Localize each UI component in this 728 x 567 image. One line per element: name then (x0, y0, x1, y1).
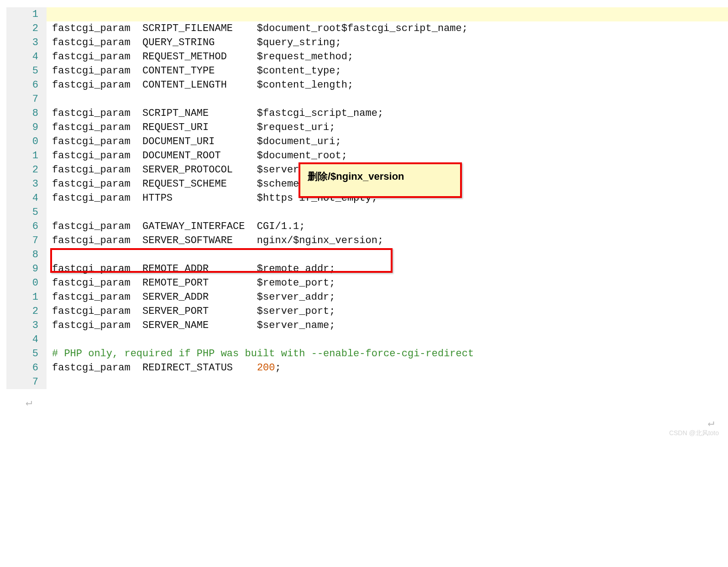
code-line[interactable]: 6fastcgi_param REDIRECT_STATUS 200; (6, 361, 728, 375)
code-line[interactable]: 1 (6, 7, 728, 21)
code-token: fastcgi_param SERVER_PORT $server_port; (52, 306, 335, 317)
code-line[interactable]: 0fastcgi_param DOCUMENT_URI $document_ur… (6, 135, 728, 149)
code-content[interactable]: fastcgi_param DOCUMENT_ROOT $document_ro… (47, 149, 728, 163)
code-token: fastcgi_param REMOTE_ADDR $remote_addr; (52, 263, 335, 275)
code-token: fastcgi_param GATEWAY_INTERFACE CGI/1.1; (52, 221, 305, 232)
code-line[interactable]: 5 (6, 205, 728, 219)
line-number: 4 (6, 333, 47, 347)
code-line[interactable]: 2fastcgi_param SCRIPT_FILENAME $document… (6, 21, 728, 36)
code-line[interactable]: 8fastcgi_param SCRIPT_NAME $fastcgi_scri… (6, 106, 728, 120)
code-line[interactable]: 2fastcgi_param SERVER_PORT $server_port; (6, 304, 728, 318)
line-number: 8 (6, 106, 47, 120)
code-line[interactable]: 6fastcgi_param CONTENT_LENGTH $content_l… (6, 78, 728, 92)
line-number: 9 (6, 120, 47, 135)
code-line[interactable]: 4 (6, 333, 728, 347)
code-token: fastcgi_param QUERY_STRING $query_string… (52, 37, 341, 48)
code-content[interactable] (47, 333, 728, 347)
code-line[interactable]: 7fastcgi_param SERVER_SOFTWARE nginx/$ng… (6, 234, 728, 248)
line-number: 2 (6, 304, 47, 318)
code-content[interactable]: fastcgi_param REQUEST_URI $request_uri; (47, 120, 728, 135)
code-content[interactable]: fastcgi_param SERVER_SOFTWARE nginx/$ngi… (47, 234, 728, 248)
code-token: fastcgi_param REQUEST_METHOD $request_me… (52, 51, 353, 62)
line-number: 8 (6, 248, 47, 262)
line-number: 7 (6, 92, 47, 106)
code-token: ; (275, 362, 281, 374)
code-token: fastcgi_param SCRIPT_NAME $fastcgi_scrip… (52, 108, 383, 119)
code-token: fastcgi_param REDIRECT_STATUS (52, 362, 257, 374)
code-content[interactable] (47, 7, 728, 21)
code-content[interactable]: fastcgi_param CONTENT_TYPE $content_type… (47, 64, 728, 78)
line-number: 2 (6, 163, 47, 177)
line-number: 3 (6, 36, 47, 50)
code-content[interactable]: fastcgi_param CONTENT_LENGTH $content_le… (47, 78, 728, 92)
code-content[interactable] (47, 375, 728, 389)
line-number: 2 (6, 21, 47, 36)
annotation-note-text: 删除/$nginx_version (308, 171, 404, 182)
code-content[interactable]: fastcgi_param QUERY_STRING $query_string… (47, 36, 728, 50)
line-number: 7 (6, 375, 47, 389)
code-editor[interactable]: 12fastcgi_param SCRIPT_FILENAME $documen… (0, 0, 728, 389)
code-line[interactable]: 8 (6, 248, 728, 262)
code-content[interactable] (47, 92, 728, 106)
code-content[interactable]: fastcgi_param REQUEST_METHOD $request_me… (47, 50, 728, 64)
code-content[interactable]: fastcgi_param REMOTE_ADDR $remote_addr; (47, 262, 728, 276)
line-number: 5 (6, 347, 47, 361)
code-line[interactable]: 1fastcgi_param DOCUMENT_ROOT $document_r… (6, 149, 728, 163)
code-content[interactable]: fastcgi_param DOCUMENT_URI $document_uri… (47, 135, 728, 149)
code-content[interactable]: fastcgi_param REMOTE_PORT $remote_port; (47, 276, 728, 290)
code-content[interactable] (47, 205, 728, 219)
code-line[interactable]: 4fastcgi_param REQUEST_METHOD $request_m… (6, 50, 728, 64)
code-content[interactable]: fastcgi_param GATEWAY_INTERFACE CGI/1.1; (47, 219, 728, 234)
line-number: 3 (6, 177, 47, 191)
line-number: 3 (6, 318, 47, 333)
line-number: 6 (6, 219, 47, 234)
code-line[interactable]: 3fastcgi_param QUERY_STRING $query_strin… (6, 36, 728, 50)
code-line[interactable]: 0fastcgi_param REMOTE_PORT $remote_port; (6, 276, 728, 290)
line-number: 4 (6, 191, 47, 205)
line-number: 1 (6, 149, 47, 163)
code-token: # PHP only, required if PHP was built wi… (52, 348, 474, 359)
code-token: fastcgi_param DOCUMENT_URI $document_uri… (52, 136, 341, 147)
line-number: 6 (6, 78, 47, 92)
line-number: 1 (6, 7, 47, 21)
code-content[interactable]: # PHP only, required if PHP was built wi… (47, 347, 728, 361)
code-content[interactable]: fastcgi_param SCRIPT_NAME $fastcgi_scrip… (47, 106, 728, 120)
code-token: fastcgi_param REQUEST_URI $request_uri; (52, 122, 335, 133)
line-number: 4 (6, 50, 47, 64)
line-number: 9 (6, 262, 47, 276)
code-token: fastcgi_param REMOTE_PORT $remote_port; (52, 277, 335, 289)
code-token: fastcgi_param SERVER_NAME $server_name; (52, 320, 335, 331)
code-content[interactable]: fastcgi_param SCRIPT_FILENAME $document_… (47, 21, 728, 36)
line-number: 5 (6, 205, 47, 219)
code-content[interactable]: fastcgi_param SERVER_ADDR $server_addr; (47, 290, 728, 304)
code-token: fastcgi_param CONTENT_TYPE $content_type… (52, 65, 341, 77)
code-token: fastcgi_param CONTENT_LENGTH $content_le… (52, 79, 353, 91)
annotation-note: 删除/$nginx_version (299, 162, 462, 198)
code-token: fastcgi_param SERVER_ADDR $server_addr; (52, 291, 335, 303)
code-content[interactable]: fastcgi_param REDIRECT_STATUS 200; (47, 361, 728, 375)
code-line[interactable]: 5# PHP only, required if PHP was built w… (6, 347, 728, 361)
code-line[interactable]: 7 (6, 375, 728, 389)
line-number: 0 (6, 276, 47, 290)
code-line[interactable]: 6fastcgi_param GATEWAY_INTERFACE CGI/1.1… (6, 219, 728, 234)
code-token: fastcgi_param REQUEST_SCHEME $scheme; (52, 178, 305, 190)
code-line[interactable]: 1fastcgi_param SERVER_ADDR $server_addr; (6, 290, 728, 304)
code-content[interactable] (47, 248, 728, 262)
code-token: 200 (257, 362, 275, 374)
code-line[interactable]: 3fastcgi_param SERVER_NAME $server_name; (6, 318, 728, 333)
line-number: 5 (6, 64, 47, 78)
code-line[interactable]: 9fastcgi_param REMOTE_ADDR $remote_addr; (6, 262, 728, 276)
code-line[interactable]: 9fastcgi_param REQUEST_URI $request_uri; (6, 120, 728, 135)
code-line[interactable]: 5fastcgi_param CONTENT_TYPE $content_typ… (6, 64, 728, 78)
line-number: 7 (6, 234, 47, 248)
code-token: fastcgi_param DOCUMENT_ROOT $document_ro… (52, 150, 347, 161)
code-token: fastcgi_param SERVER_SOFTWARE nginx/$ngi… (52, 235, 383, 246)
paragraph-mark-icon: ↵ (26, 395, 728, 409)
code-token: fastcgi_param SCRIPT_FILENAME $document_… (52, 23, 468, 34)
code-content[interactable]: fastcgi_param SERVER_NAME $server_name; (47, 318, 728, 333)
line-number: 6 (6, 361, 47, 375)
line-number: 0 (6, 135, 47, 149)
code-line[interactable]: 7 (6, 92, 728, 106)
code-content[interactable]: fastcgi_param SERVER_PORT $server_port; (47, 304, 728, 318)
line-number: 1 (6, 290, 47, 304)
